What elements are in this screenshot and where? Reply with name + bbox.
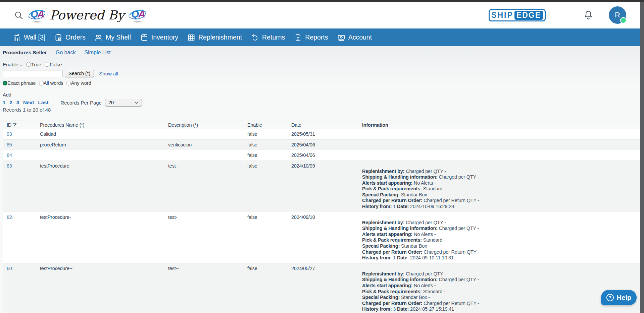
table-row: 85proceReturnverificacionfalse2025/04/06: [3, 140, 640, 150]
nav-item-label: Returns: [262, 34, 285, 41]
exact-phrase-radio[interactable]: [3, 81, 7, 85]
nav-item-orders[interactable]: Orders: [54, 34, 86, 42]
add-link[interactable]: Add: [3, 92, 13, 98]
enable-filter: Enable = True False: [3, 61, 640, 68]
nav-item-inventory[interactable]: Inventory: [140, 34, 178, 42]
simple-list-link[interactable]: Simple List: [84, 50, 110, 56]
search-input[interactable]: [3, 70, 62, 77]
history-from-link[interactable]: 1: [393, 204, 396, 209]
row-id-link[interactable]: 93: [7, 131, 12, 137]
cell-enable: false: [244, 129, 288, 139]
cell-information: Replenishment by: Charged per QTY -Shipp…: [358, 161, 640, 212]
cell-information: [358, 140, 640, 150]
go-back-link[interactable]: Go back: [56, 50, 76, 56]
row-id-link[interactable]: 84: [7, 152, 12, 158]
online-status-dot: [620, 17, 627, 23]
page-link-last[interactable]: Last: [38, 100, 49, 105]
all-words-label: All words: [44, 80, 63, 86]
notifications-bell-icon[interactable]: [583, 10, 593, 20]
procedures-table: ID Procedures Name (*) Description (*) E…: [3, 121, 640, 313]
table-row: 83testProcedure-test-false2024/10/09Repl…: [3, 161, 640, 212]
clipboard-clock-icon: [54, 34, 62, 42]
col-header-id[interactable]: ID: [3, 122, 36, 128]
table-row: 84false2025/04/06: [3, 150, 640, 161]
info-line: Alerts start appearing: No Alerts -: [362, 283, 640, 289]
top-header-right: SHIPEDGE R: [489, 6, 626, 24]
cell-name: testProcedure--: [36, 263, 164, 313]
cell-date: 2025/04/06: [288, 140, 358, 150]
sort-icon: [12, 123, 16, 127]
exact-phrase-option[interactable]: Exact phrase: [3, 80, 36, 86]
cell-name: [36, 150, 164, 161]
col-header-information: Information: [358, 122, 640, 128]
row-id-link[interactable]: 60: [7, 266, 12, 271]
history-from-link[interactable]: 1: [393, 255, 396, 260]
all-words-radio[interactable]: [39, 81, 44, 85]
enable-true-radio[interactable]: [26, 62, 31, 67]
cell-id: 85: [3, 140, 36, 150]
records-per-page-label: Records Per Page: [60, 100, 102, 106]
page-link-3[interactable]: 3: [16, 100, 19, 105]
info-line: Special Packing: Standar Box -: [362, 295, 640, 301]
info-line: Replenishment by: Charged per QTY -: [362, 220, 640, 226]
cell-name: testProcedure-: [36, 212, 164, 263]
nav-item-reports[interactable]: Reports: [294, 34, 328, 42]
shipedge-logo: SHIPEDGE: [489, 9, 546, 21]
row-id-link[interactable]: 83: [7, 163, 12, 169]
cell-description: [164, 150, 244, 161]
row-id-link[interactable]: 82: [7, 214, 12, 220]
page-link-1[interactable]: 1: [3, 100, 5, 105]
vertical-scrollbar[interactable]: [640, 0, 644, 313]
info-line: Pick & Pack requirements: Standard -: [362, 237, 640, 243]
user-avatar[interactable]: R: [609, 6, 626, 24]
info-line: Pick & Pack requirements: Standard -: [362, 186, 640, 192]
cell-description: test--: [164, 263, 244, 313]
search-icon[interactable]: [14, 11, 23, 20]
brand-area: QA Powered By QA: [29, 7, 145, 23]
row-id-link[interactable]: 85: [7, 142, 12, 147]
nav-item-label: Reports: [305, 34, 328, 41]
nav-item-returns[interactable]: Returns: [251, 34, 285, 42]
powered-by-text: Powered By: [50, 8, 124, 22]
page-link-next[interactable]: Next: [23, 100, 34, 105]
records-per-page-select[interactable]: 20: [105, 99, 142, 107]
cell-information: [358, 150, 640, 161]
search-button[interactable]: Search (*): [65, 70, 94, 77]
history-from-link[interactable]: 3: [393, 306, 396, 312]
nav-item-replenishment[interactable]: Replenishment: [187, 34, 242, 42]
show-all-link[interactable]: Show all: [99, 71, 118, 76]
cell-description: test-: [164, 212, 244, 263]
nav-item-account[interactable]: Account: [337, 34, 372, 42]
col-header-description[interactable]: Description (*): [164, 122, 244, 128]
enable-false-radio[interactable]: [45, 62, 49, 67]
table-header-row: ID Procedures Name (*) Description (*) E…: [3, 121, 640, 129]
nav-item-my-shelf[interactable]: My Shelf: [95, 34, 131, 42]
nav-item-wall[interactable]: Wall [3]: [13, 34, 45, 42]
cell-enable: false: [244, 150, 288, 161]
col-header-date[interactable]: Date: [288, 122, 358, 128]
info-line: Replenishment by: Charged per QTY -: [362, 271, 640, 277]
cell-name: testProcedure-: [36, 161, 164, 212]
all-words-option[interactable]: All words: [39, 80, 63, 86]
top-header: QA Powered By QA SHIPEDGE R: [0, 2, 640, 28]
enable-filter-label: Enable =: [3, 62, 23, 67]
cell-date: 2024/05/27: [288, 263, 358, 313]
qa-logo: QA: [29, 7, 45, 23]
wall-chart-icon: [13, 34, 21, 42]
col-header-name[interactable]: Procedures Name (*): [36, 122, 164, 128]
cell-date: 2025/05/31: [288, 129, 358, 139]
nav-item-label: My Shelf: [106, 34, 131, 41]
cell-date: 2024/10/09: [288, 161, 358, 212]
page-link-2[interactable]: 2: [9, 100, 12, 105]
qa-logo: QA: [129, 7, 145, 23]
any-word-option[interactable]: Any word: [66, 80, 91, 86]
match-mode-row: Exact phrase All words Any word: [3, 80, 640, 86]
cell-information: [358, 129, 640, 139]
col-header-enable[interactable]: Enable: [244, 122, 288, 128]
cell-description: test-: [164, 161, 244, 212]
help-button[interactable]: ? Help: [601, 290, 637, 305]
cell-description: [164, 129, 244, 139]
nav-item-label: Account: [348, 34, 372, 41]
question-mark-icon: ?: [606, 294, 614, 301]
any-word-radio[interactable]: [66, 81, 71, 85]
